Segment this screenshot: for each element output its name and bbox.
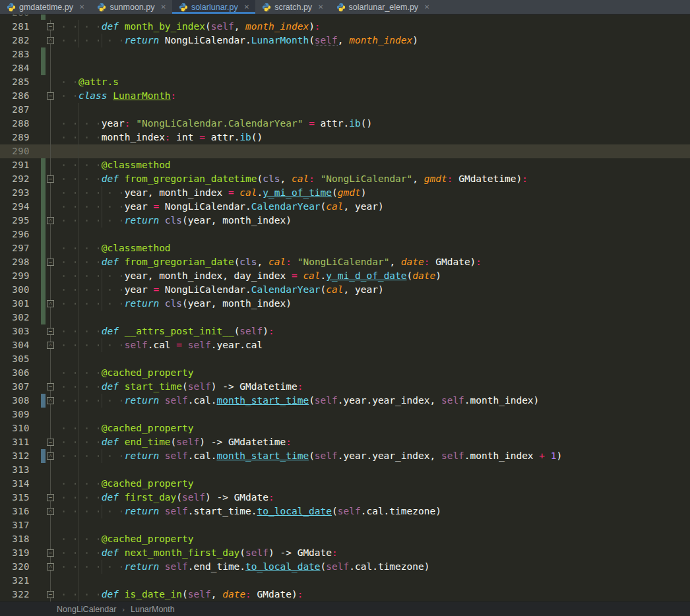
line-number[interactable]: 289 <box>0 131 30 144</box>
code-line[interactable]: 280 <box>0 15 690 20</box>
code-line[interactable]: 295˄ return cls(year, month_index) <box>0 214 690 228</box>
fold-end-icon[interactable]: ˄ <box>47 300 54 307</box>
code-line[interactable]: 303− def __attrs_post_init__(self): <box>0 324 690 338</box>
tab-close-icon[interactable]: ✕ <box>79 4 84 11</box>
fold-collapse-icon[interactable]: − <box>47 494 54 501</box>
line-number[interactable]: 292 <box>0 172 30 186</box>
vcs-added-marker[interactable] <box>41 186 46 200</box>
vcs-added-marker[interactable] <box>41 228 46 241</box>
tab-sunmoon.py[interactable]: sunmoon.py✕ <box>90 0 172 14</box>
line-number[interactable]: 296 <box>0 228 30 241</box>
fold-collapse-icon[interactable]: − <box>47 175 54 183</box>
fold-end-icon[interactable]: ˄ <box>47 508 54 515</box>
vcs-modified-marker[interactable] <box>41 394 46 408</box>
line-number[interactable]: 282 <box>0 34 30 47</box>
tab-scratch.py[interactable]: scratch.py✕ <box>255 0 329 14</box>
line-number[interactable]: 293 <box>0 186 30 200</box>
fold-collapse-icon[interactable]: − <box>47 328 54 335</box>
line-number[interactable]: 322 <box>0 588 30 601</box>
vcs-added-marker[interactable] <box>41 61 46 75</box>
line-number[interactable]: 310 <box>0 421 30 435</box>
line-number[interactable]: 295 <box>0 214 30 228</box>
line-number[interactable]: 305 <box>0 352 30 366</box>
code-line[interactable]: 298− def from_gregorian_date(cls, cal: "… <box>0 255 690 269</box>
line-number[interactable]: 316 <box>0 505 30 518</box>
code-line[interactable]: 305 <box>0 352 690 366</box>
line-number[interactable]: 300 <box>0 283 30 297</box>
vcs-added-marker[interactable] <box>41 158 46 172</box>
fold-collapse-icon[interactable]: − <box>47 591 54 598</box>
code-line[interactable]: 302 <box>0 311 690 324</box>
code-line[interactable]: 293 year, month_index = cal.y_mi_of_time… <box>0 186 690 200</box>
fold-end-icon[interactable]: ˄ <box>47 342 54 349</box>
line-number[interactable]: 290 <box>0 144 30 158</box>
fold-end-icon[interactable]: ˄ <box>47 37 54 44</box>
vcs-added-marker[interactable] <box>41 15 46 20</box>
code-line[interactable]: 306 @cached_property <box>0 366 690 380</box>
line-number[interactable]: 320 <box>0 560 30 574</box>
vcs-added-marker[interactable] <box>41 241 46 255</box>
line-number[interactable]: 318 <box>0 532 30 546</box>
vcs-added-marker[interactable] <box>41 172 46 186</box>
fold-end-icon[interactable]: ˄ <box>47 563 54 570</box>
line-number[interactable]: 301 <box>0 297 30 311</box>
line-number[interactable]: 284 <box>0 61 30 75</box>
code-line[interactable]: 311− def end_time(self) -> GMdatetime: <box>0 435 690 449</box>
line-number[interactable]: 303 <box>0 324 30 338</box>
vcs-added-marker[interactable] <box>41 269 46 283</box>
line-number[interactable]: 312 <box>0 449 30 463</box>
code-line[interactable]: 315− def first_day(self) -> GMdate: <box>0 491 690 505</box>
code-line[interactable]: 283 <box>0 47 690 61</box>
code-line[interactable]: 309 <box>0 408 690 421</box>
line-number[interactable]: 297 <box>0 241 30 255</box>
line-number[interactable]: 285 <box>0 75 30 89</box>
vcs-added-marker[interactable] <box>41 297 46 311</box>
tab-solarlunar_elem.py[interactable]: solarlunar_elem.py✕ <box>330 0 436 14</box>
line-number[interactable]: 321 <box>0 574 30 588</box>
tab-solarlunar.py[interactable]: solarlunar.py✕ <box>172 0 255 14</box>
code-line[interactable]: 287 <box>0 103 690 117</box>
code-line[interactable]: 282˄ return NongLiCalendar.LunarMonth(se… <box>0 34 690 47</box>
code-line[interactable]: 307− def start_time(self) -> GMdatetime: <box>0 380 690 394</box>
line-number[interactable]: 306 <box>0 366 30 380</box>
tab-close-icon[interactable]: ✕ <box>244 4 249 11</box>
code-line[interactable]: 318 @cached_property <box>0 532 690 546</box>
vcs-added-marker[interactable] <box>41 255 46 269</box>
code-line[interactable]: 281− def month_by_index(self, month_inde… <box>0 20 690 34</box>
code-line[interactable]: 289 month_index: int = attr.ib() <box>0 131 690 144</box>
line-number[interactable]: 298 <box>0 255 30 269</box>
line-number[interactable]: 281 <box>0 20 30 34</box>
code-line[interactable]: 317 <box>0 518 690 532</box>
line-number[interactable]: 317 <box>0 518 30 532</box>
code-line[interactable]: 292− def from_gregorian_datetime(cls, ca… <box>0 172 690 186</box>
fold-collapse-icon[interactable]: − <box>47 549 54 557</box>
code-line[interactable]: 301˄ return cls(year, month_index) <box>0 297 690 311</box>
line-number[interactable]: 288 <box>0 117 30 131</box>
code-line[interactable]: 297 @classmethod <box>0 241 690 255</box>
line-number[interactable]: 307 <box>0 380 30 394</box>
tab-gmdatetime.py[interactable]: gmdatetime.py✕ <box>0 0 90 14</box>
code-line[interactable]: 299 year, month_index, day_index = cal.y… <box>0 269 690 283</box>
breadcrumb-item-NongLiCalendar[interactable]: NongLiCalendar <box>57 605 116 614</box>
fold-end-icon[interactable]: ˄ <box>47 217 54 224</box>
tab-close-icon[interactable]: ✕ <box>424 4 429 11</box>
code-line[interactable]: 294 year = NongLiCalendar.CalendarYear(c… <box>0 200 690 214</box>
fold-collapse-icon[interactable]: − <box>47 92 54 100</box>
tab-close-icon[interactable]: ✕ <box>160 4 166 11</box>
line-number[interactable]: 287 <box>0 103 30 117</box>
fold-collapse-icon[interactable]: − <box>47 23 54 30</box>
line-number[interactable]: 294 <box>0 200 30 214</box>
code-line[interactable]: 304˄ self.cal = self.year.cal <box>0 338 690 352</box>
vcs-added-marker[interactable] <box>41 311 46 324</box>
fold-end-icon[interactable]: ˄ <box>47 452 54 460</box>
line-number[interactable]: 286 <box>0 89 30 103</box>
fold-collapse-icon[interactable]: − <box>47 439 54 446</box>
code-line[interactable]: 310 @cached_property <box>0 421 690 435</box>
line-number[interactable]: 314 <box>0 477 30 491</box>
code-line[interactable]: 322− def is_date_in(self, date: GMdate): <box>0 588 690 601</box>
code-line[interactable]: 284 <box>0 61 690 75</box>
code-line[interactable]: 308˄ return self.cal.month_start_time(se… <box>0 394 690 408</box>
code-line[interactable]: 319− def next_month_first_day(self) -> G… <box>0 546 690 560</box>
vcs-added-marker[interactable] <box>41 47 46 61</box>
line-number[interactable]: 280 <box>0 15 30 20</box>
